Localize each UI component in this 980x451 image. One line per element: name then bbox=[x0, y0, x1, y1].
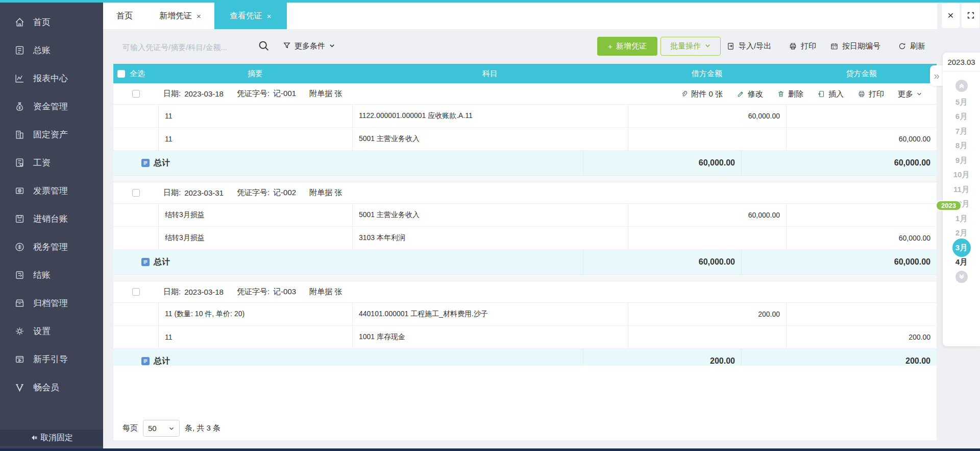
scroll-down-button[interactable] bbox=[955, 271, 968, 283]
sidebar-item-general-ledger[interactable]: 总账 bbox=[0, 36, 103, 64]
refresh-button[interactable]: 刷新 bbox=[898, 39, 925, 53]
month-item[interactable]: 8月 bbox=[943, 139, 980, 154]
voucher-entry-row[interactable]: 结转3月损益 3103 本年利润 60,000.00 bbox=[113, 227, 937, 250]
window-fullscreen-button[interactable] bbox=[962, 3, 979, 28]
month-item[interactable]: 6月 bbox=[943, 110, 980, 125]
import-export-label: 导入/导出 bbox=[739, 41, 771, 51]
calendar-icon bbox=[830, 42, 839, 51]
voucher-checkbox[interactable] bbox=[132, 288, 140, 296]
edit-link[interactable]: 修改 bbox=[737, 89, 763, 99]
month-item[interactable]: 10月 bbox=[943, 168, 980, 183]
account-cell: 1122.000001.000001 应收账款.A.11 bbox=[352, 105, 628, 127]
select-all-cell: 全选 bbox=[113, 69, 158, 79]
search-input[interactable] bbox=[122, 39, 255, 55]
total-icon bbox=[141, 159, 150, 167]
month-item[interactable]: 7月 bbox=[943, 124, 980, 139]
voucher-entry-row[interactable]: 结转3月损益 5001 主营业务收入 60,000.00 bbox=[113, 204, 937, 227]
voucher-checkbox[interactable] bbox=[132, 90, 140, 98]
sidebar-item-fixed-assets[interactable]: 固定资产 bbox=[0, 121, 103, 149]
table-header: 全选 摘要 科目 借方金额 贷方金额 bbox=[113, 64, 937, 83]
close-tab-icon[interactable]: × bbox=[197, 12, 201, 20]
sidebar-item-label: 归档管理 bbox=[33, 297, 68, 309]
print-button[interactable]: 打印 bbox=[789, 39, 816, 53]
column-header-account: 科目 bbox=[352, 69, 628, 79]
window-close-button[interactable]: × bbox=[942, 3, 960, 28]
voucher-attachment-note: 附单据 张 bbox=[309, 188, 342, 198]
voucher-entry-row[interactable]: 11 1122.000001.000001 应收账款.A.11 60,000.0… bbox=[113, 105, 937, 128]
unpin-sidebar-button[interactable]: 取消固定 bbox=[0, 430, 103, 446]
sidebar-item-label: 税务管理 bbox=[33, 241, 68, 253]
sidebar-item-trade-ledger[interactable]: 进销台账 bbox=[0, 205, 103, 233]
summary-cell: 11 bbox=[158, 128, 352, 150]
collapse-month-panel-button[interactable]: » bbox=[930, 65, 943, 86]
batch-operations-button[interactable]: 批量操作 bbox=[660, 37, 721, 56]
summary-cell: 11 bbox=[158, 105, 352, 127]
voucher-info: 日期: 2023-03-18 凭证字号: 记-001 附单据 张 bbox=[158, 89, 342, 99]
account-cell: 5001 主营业务收入 bbox=[352, 128, 628, 150]
sidebar-item-invoice[interactable]: 发票管理 bbox=[0, 177, 103, 205]
total-label: 总计 bbox=[154, 158, 170, 169]
month-item[interactable]: 1月 bbox=[943, 211, 980, 226]
import-export-button[interactable]: 导入/导出 bbox=[726, 39, 771, 53]
sidebar-item-label: 畅会员 bbox=[33, 382, 59, 393]
per-page-value: 50 bbox=[148, 424, 157, 433]
pagination: 每页 50 条, 共 3 条 bbox=[122, 420, 220, 437]
voucher-entry-row[interactable]: 11 1001 库存现金 200.00 bbox=[113, 326, 937, 349]
tab-new-voucher[interactable]: 新增凭证 × bbox=[146, 3, 214, 29]
tab-home[interactable]: 首页 bbox=[103, 3, 146, 29]
month-item[interactable]: 9月 bbox=[943, 153, 980, 168]
group-separator bbox=[113, 175, 937, 182]
sidebar-item-settings[interactable]: 设置 bbox=[0, 317, 103, 345]
scroll-up-button[interactable] bbox=[955, 80, 968, 92]
trash-icon bbox=[777, 90, 785, 98]
sidebar-item-closing[interactable]: 结账 bbox=[0, 261, 103, 289]
attachment-link[interactable]: 附件 0 张 bbox=[680, 89, 723, 99]
sidebar-item-funds[interactable]: 资金管理 bbox=[0, 92, 103, 121]
toolbar: 更多条件 + 新增凭证 批量操作 导入/导出 打印 按日期编号 刷新 bbox=[103, 30, 980, 64]
sidebar-item-report-center[interactable]: 报表中心 bbox=[0, 64, 103, 92]
month-item[interactable]: 5月 bbox=[943, 95, 980, 110]
more-filters-button[interactable]: 更多条件 bbox=[283, 39, 335, 53]
filter-funnel-icon bbox=[283, 41, 291, 51]
bottom-border-line bbox=[0, 448, 980, 451]
add-voucher-button[interactable]: + 新增凭证 bbox=[597, 37, 657, 56]
more-actions-link[interactable]: 更多 bbox=[898, 89, 922, 99]
sidebar-item-beginner-guide[interactable]: 新手引导 bbox=[0, 345, 103, 373]
insert-link[interactable]: 插入 bbox=[817, 89, 844, 99]
total-debit: 60,000.00 bbox=[583, 250, 741, 274]
voucher-no-label: 凭证字号: bbox=[237, 287, 270, 297]
total-credit: 60,000.00 bbox=[741, 250, 937, 274]
number-by-date-button[interactable]: 按日期编号 bbox=[830, 39, 880, 53]
sidebar-item-payroll[interactable]: 工资 bbox=[0, 149, 103, 177]
add-voucher-label: 新增凭证 bbox=[616, 41, 647, 51]
current-period: 2023.03 bbox=[943, 53, 980, 72]
voucher-attachment-note: 附单据 张 bbox=[309, 89, 342, 99]
report-chart-icon bbox=[14, 73, 25, 84]
voucher-total-row: 总计 60,000.00 60,000.00 bbox=[113, 250, 937, 274]
sidebar-item-archive[interactable]: 归档管理 bbox=[0, 289, 103, 317]
more-actions-label: 更多 bbox=[898, 89, 913, 99]
select-all-checkbox[interactable] bbox=[117, 70, 125, 78]
month-item[interactable]: 11月 bbox=[943, 182, 980, 197]
tab-view-voucher[interactable]: 查看凭证 × bbox=[214, 3, 287, 29]
sidebar-item-label: 新手引导 bbox=[33, 353, 68, 365]
month-item[interactable]: 4月 bbox=[943, 255, 980, 270]
close-tab-icon[interactable]: × bbox=[267, 12, 272, 20]
month-item-current[interactable]: 3月 bbox=[943, 241, 980, 255]
select-all-label[interactable]: 全选 bbox=[130, 69, 145, 79]
voucher-entry-row[interactable]: 11 (数量: 10 件, 单价: 20) 440101.000001 工程施工… bbox=[113, 303, 937, 326]
per-page-select[interactable]: 50 bbox=[143, 420, 180, 437]
chevron-down-icon bbox=[704, 42, 711, 51]
search-icon[interactable] bbox=[258, 40, 270, 52]
print-voucher-link[interactable]: 打印 bbox=[857, 89, 884, 99]
sidebar-item-home[interactable]: 首页 bbox=[0, 8, 103, 36]
column-header-summary: 摘要 bbox=[158, 69, 352, 79]
printer-icon bbox=[857, 90, 866, 98]
sidebar-item-label: 资金管理 bbox=[33, 101, 68, 112]
voucher-checkbox[interactable] bbox=[132, 189, 140, 197]
sidebar-item-member[interactable]: 畅会员 bbox=[0, 373, 103, 401]
delete-link[interactable]: 删除 bbox=[777, 89, 803, 99]
guide-play-icon bbox=[14, 354, 25, 365]
sidebar-item-tax[interactable]: 税务管理 bbox=[0, 233, 103, 261]
voucher-entry-row[interactable]: 11 5001 主营业务收入 60,000.00 bbox=[113, 128, 937, 151]
